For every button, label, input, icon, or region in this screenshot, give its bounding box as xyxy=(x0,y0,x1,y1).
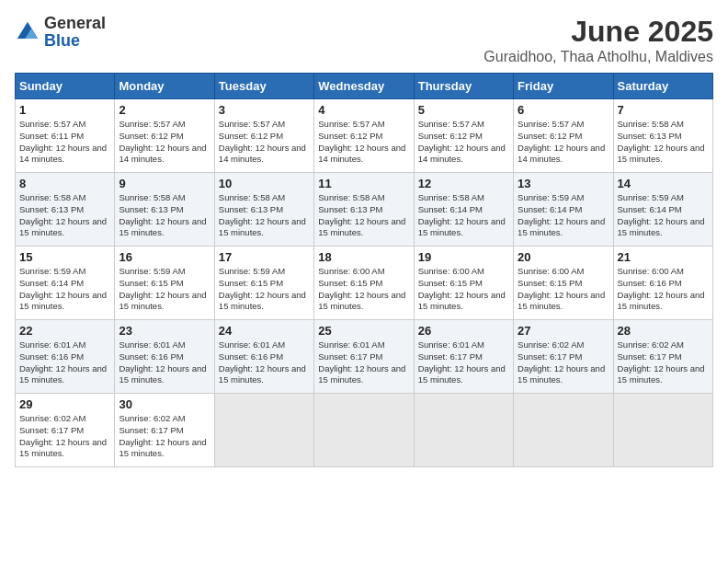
day-info: Sunrise: 5:58 AMSunset: 6:13 PMDaylight:… xyxy=(19,192,110,239)
day-info: Sunrise: 5:59 AMSunset: 6:14 PMDaylight:… xyxy=(19,266,110,313)
day-info: Sunrise: 6:01 AMSunset: 6:16 PMDaylight:… xyxy=(119,339,210,386)
day-info: Sunrise: 5:58 AMSunset: 6:13 PMDaylight:… xyxy=(119,192,210,239)
calendar-cell: 10Sunrise: 5:58 AMSunset: 6:13 PMDayligh… xyxy=(214,173,313,247)
calendar-cell: 16Sunrise: 5:59 AMSunset: 6:15 PMDayligh… xyxy=(115,247,214,320)
day-number: 5 xyxy=(418,103,509,117)
day-info: Sunrise: 5:57 AMSunset: 6:12 PMDaylight:… xyxy=(518,119,609,166)
day-info: Sunrise: 5:57 AMSunset: 6:12 PMDaylight:… xyxy=(418,119,509,166)
calendar-table: Sunday Monday Tuesday Wednesday Thursday… xyxy=(15,73,713,467)
calendar-week-4: 22Sunrise: 6:01 AMSunset: 6:16 PMDayligh… xyxy=(16,320,713,394)
day-number: 27 xyxy=(518,324,609,338)
day-number: 9 xyxy=(119,177,210,190)
calendar-cell: 2Sunrise: 5:57 AMSunset: 6:12 PMDaylight… xyxy=(115,99,214,173)
calendar-cell xyxy=(414,394,513,467)
calendar-cell: 14Sunrise: 5:59 AMSunset: 6:14 PMDayligh… xyxy=(613,173,712,247)
calendar-cell: 17Sunrise: 5:59 AMSunset: 6:15 PMDayligh… xyxy=(214,247,313,320)
th-wednesday: Wednesday xyxy=(314,74,414,99)
day-number: 30 xyxy=(119,397,210,411)
logo-blue: Blue xyxy=(44,31,80,50)
day-number: 21 xyxy=(618,250,709,264)
th-saturday: Saturday xyxy=(613,74,712,99)
day-info: Sunrise: 5:59 AMSunset: 6:14 PMDaylight:… xyxy=(618,192,709,239)
header-row: Sunday Monday Tuesday Wednesday Thursday… xyxy=(16,74,713,99)
calendar-cell: 25Sunrise: 6:01 AMSunset: 6:17 PMDayligh… xyxy=(314,320,414,394)
day-number: 10 xyxy=(219,177,310,190)
day-info: Sunrise: 6:01 AMSunset: 6:16 PMDaylight:… xyxy=(19,339,110,386)
day-number: 17 xyxy=(219,250,310,264)
day-number: 14 xyxy=(618,177,709,190)
day-number: 7 xyxy=(618,103,709,117)
calendar-cell: 27Sunrise: 6:02 AMSunset: 6:17 PMDayligh… xyxy=(514,320,613,394)
calendar-cell: 12Sunrise: 5:58 AMSunset: 6:14 PMDayligh… xyxy=(414,173,513,247)
calendar-cell: 7Sunrise: 5:58 AMSunset: 6:13 PMDaylight… xyxy=(613,99,712,173)
day-info: Sunrise: 5:59 AMSunset: 6:15 PMDaylight:… xyxy=(219,266,310,313)
day-info: Sunrise: 5:58 AMSunset: 6:13 PMDaylight:… xyxy=(318,192,409,239)
day-number: 13 xyxy=(518,177,609,190)
calendar-cell: 5Sunrise: 5:57 AMSunset: 6:12 PMDaylight… xyxy=(414,99,513,173)
calendar-cell: 26Sunrise: 6:01 AMSunset: 6:17 PMDayligh… xyxy=(414,320,513,394)
calendar-cell: 18Sunrise: 6:00 AMSunset: 6:15 PMDayligh… xyxy=(314,247,414,320)
calendar-cell: 21Sunrise: 6:00 AMSunset: 6:16 PMDayligh… xyxy=(613,247,712,320)
location-title: Guraidhoo, Thaa Atholhu, Maldives xyxy=(483,49,713,65)
day-info: Sunrise: 6:02 AMSunset: 6:17 PMDaylight:… xyxy=(518,339,609,386)
day-number: 3 xyxy=(219,103,310,117)
day-number: 18 xyxy=(318,250,409,264)
logo-icon xyxy=(15,19,40,45)
calendar-week-3: 15Sunrise: 5:59 AMSunset: 6:14 PMDayligh… xyxy=(16,247,713,320)
day-info: Sunrise: 6:02 AMSunset: 6:17 PMDaylight:… xyxy=(618,339,709,386)
calendar-week-5: 29Sunrise: 6:02 AMSunset: 6:17 PMDayligh… xyxy=(16,394,713,467)
header: General Blue June 2025 Guraidhoo, Thaa A… xyxy=(15,15,713,65)
calendar-cell: 3Sunrise: 5:57 AMSunset: 6:12 PMDaylight… xyxy=(214,99,313,173)
th-thursday: Thursday xyxy=(414,74,513,99)
calendar-cell: 30Sunrise: 6:02 AMSunset: 6:17 PMDayligh… xyxy=(115,394,214,467)
day-number: 15 xyxy=(19,250,110,264)
th-friday: Friday xyxy=(514,74,613,99)
day-info: Sunrise: 6:01 AMSunset: 6:16 PMDaylight:… xyxy=(219,339,310,386)
day-number: 1 xyxy=(19,103,110,117)
logo: General Blue xyxy=(15,15,106,50)
calendar-cell: 24Sunrise: 6:01 AMSunset: 6:16 PMDayligh… xyxy=(214,320,313,394)
day-info: Sunrise: 6:01 AMSunset: 6:17 PMDaylight:… xyxy=(418,339,509,386)
calendar-cell: 19Sunrise: 6:00 AMSunset: 6:15 PMDayligh… xyxy=(414,247,513,320)
calendar-cell xyxy=(514,394,613,467)
day-number: 22 xyxy=(19,324,110,338)
calendar-cell xyxy=(613,394,712,467)
day-info: Sunrise: 5:57 AMSunset: 6:12 PMDaylight:… xyxy=(219,119,310,166)
day-number: 23 xyxy=(119,324,210,338)
calendar-week-2: 8Sunrise: 5:58 AMSunset: 6:13 PMDaylight… xyxy=(16,173,713,247)
day-info: Sunrise: 5:58 AMSunset: 6:13 PMDaylight:… xyxy=(618,119,709,166)
th-monday: Monday xyxy=(115,74,214,99)
day-info: Sunrise: 5:59 AMSunset: 6:15 PMDaylight:… xyxy=(119,266,210,313)
calendar-cell: 13Sunrise: 5:59 AMSunset: 6:14 PMDayligh… xyxy=(514,173,613,247)
day-info: Sunrise: 5:59 AMSunset: 6:14 PMDaylight:… xyxy=(518,192,609,239)
day-number: 8 xyxy=(19,177,110,190)
calendar-cell: 15Sunrise: 5:59 AMSunset: 6:14 PMDayligh… xyxy=(16,247,115,320)
day-number: 2 xyxy=(119,103,210,117)
th-tuesday: Tuesday xyxy=(214,74,313,99)
day-info: Sunrise: 6:00 AMSunset: 6:16 PMDaylight:… xyxy=(618,266,709,313)
calendar-cell: 6Sunrise: 5:57 AMSunset: 6:12 PMDaylight… xyxy=(514,99,613,173)
day-number: 19 xyxy=(418,250,509,264)
day-info: Sunrise: 5:58 AMSunset: 6:14 PMDaylight:… xyxy=(418,192,509,239)
month-title: June 2025 xyxy=(483,15,713,49)
day-info: Sunrise: 6:00 AMSunset: 6:15 PMDaylight:… xyxy=(318,266,409,313)
day-info: Sunrise: 6:01 AMSunset: 6:17 PMDaylight:… xyxy=(318,339,409,386)
day-info: Sunrise: 5:57 AMSunset: 6:12 PMDaylight:… xyxy=(119,119,210,166)
calendar-cell xyxy=(314,394,414,467)
title-section: June 2025 Guraidhoo, Thaa Atholhu, Maldi… xyxy=(483,15,713,65)
calendar-cell xyxy=(214,394,313,467)
day-number: 24 xyxy=(219,324,310,338)
calendar-cell: 28Sunrise: 6:02 AMSunset: 6:17 PMDayligh… xyxy=(613,320,712,394)
day-info: Sunrise: 6:00 AMSunset: 6:15 PMDaylight:… xyxy=(418,266,509,313)
day-number: 26 xyxy=(418,324,509,338)
calendar-cell: 11Sunrise: 5:58 AMSunset: 6:13 PMDayligh… xyxy=(314,173,414,247)
day-number: 4 xyxy=(318,103,409,117)
day-number: 29 xyxy=(19,397,110,411)
day-number: 11 xyxy=(318,177,409,190)
calendar-week-1: 1Sunrise: 5:57 AMSunset: 6:11 PMDaylight… xyxy=(16,99,713,173)
calendar-cell: 9Sunrise: 5:58 AMSunset: 6:13 PMDaylight… xyxy=(115,173,214,247)
calendar-cell: 22Sunrise: 6:01 AMSunset: 6:16 PMDayligh… xyxy=(16,320,115,394)
day-number: 20 xyxy=(518,250,609,264)
day-number: 25 xyxy=(318,324,409,338)
calendar-cell: 1Sunrise: 5:57 AMSunset: 6:11 PMDaylight… xyxy=(16,99,115,173)
